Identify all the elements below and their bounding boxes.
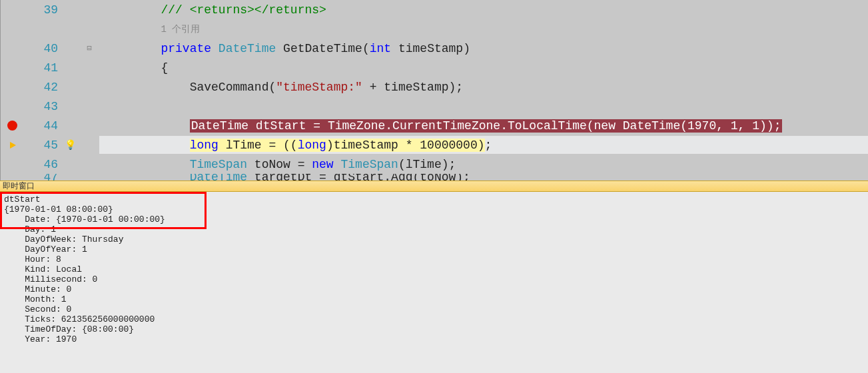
token-plain: SaveCommand(: [190, 81, 276, 94]
token-plain: ;: [485, 139, 492, 152]
token-plain: [334, 158, 341, 171]
immediate-window-header[interactable]: 即时窗口: [0, 181, 868, 192]
execution-pointer-margin[interactable]: [1, 142, 24, 149]
token-plain: (lTime);: [398, 158, 456, 171]
line-number: 39: [24, 3, 61, 17]
immediate-window-content[interactable]: dtStart {1970-01-01 08:00:00} Date: {197…: [0, 192, 868, 347]
token-plain: toNow =: [247, 158, 312, 171]
code-editor[interactable]: 3940⊟4142434445💡4647 /// <returns></retu…: [0, 0, 868, 181]
line-number: 46: [24, 158, 61, 171]
code-line[interactable]: 1 个引用: [99, 19, 868, 39]
immediate-window-title: 即时窗口: [3, 181, 35, 192]
line-number: 44: [24, 119, 61, 133]
token-kw: new: [312, 158, 333, 171]
line-number: 42: [24, 81, 61, 94]
token-plain: .CurrentTimeZone.ToLocalTime(: [385, 119, 594, 133]
code-line[interactable]: [99, 97, 868, 116]
breakpoint-highlight: DateTime dtStart = TimeZone.CurrentTimeZ…: [190, 119, 783, 133]
breakpoint-icon[interactable]: [7, 121, 17, 131]
lightbulb-icon[interactable]: 💡: [61, 139, 79, 151]
codelens-references[interactable]: 1 个引用: [161, 23, 200, 35]
current-statement-arrow-icon: [10, 142, 16, 149]
token-plain: GetDateTime(: [276, 42, 369, 55]
line-number: 43: [24, 100, 61, 113]
editor-left-gutter: 3940⊟4142434445💡4647: [1, 0, 99, 181]
immediate-window[interactable]: dtStart {1970-01-01 08:00:00} Date: {197…: [0, 192, 868, 373]
code-line[interactable]: long lTime = ((long)timeStamp * 10000000…: [99, 135, 868, 155]
token-plain: [616, 119, 623, 133]
token-kw: long: [190, 139, 218, 152]
token-kw: new: [594, 119, 616, 133]
token-type: DateTime: [218, 42, 276, 55]
code-line[interactable]: /// <returns></returns>: [99, 0, 868, 19]
token-plain: {: [161, 61, 168, 75]
code-line[interactable]: TimeSpan toNow = new TimeSpan(lTime);: [99, 155, 868, 174]
token-kw: long: [298, 139, 326, 152]
token-plain: targetDt = dtStart.Add(toNow);: [247, 174, 470, 181]
token-str: "timeStamp:": [276, 81, 362, 94]
token-type: DateTime: [190, 174, 247, 181]
token-plain: dtStart =: [248, 119, 328, 133]
token-plain: timeStamp): [391, 42, 470, 55]
token-type: TimeSpan: [340, 158, 398, 171]
line-number: 45: [24, 139, 61, 152]
token-type: DateTime: [623, 119, 680, 133]
fold-toggle-icon[interactable]: ⊟: [79, 43, 99, 53]
token-plain: (1970, 1, 1));: [680, 119, 781, 133]
line-number: 41: [24, 61, 61, 75]
editor-code-column[interactable]: /// <returns></returns> 1 个引用 private Da…: [99, 0, 868, 181]
token-plain: [211, 42, 218, 55]
token-kw: int: [370, 42, 391, 55]
code-line[interactable]: DateTime targetDt = dtStart.Add(toNow);: [99, 174, 868, 181]
code-line[interactable]: {: [99, 58, 868, 77]
line-number: 47: [24, 174, 61, 181]
token-plain: + timeStamp);: [362, 81, 463, 94]
token-type: TimeZone: [328, 119, 385, 133]
code-line[interactable]: private DateTime GetDateTime(int timeSta…: [99, 39, 868, 58]
token-type: DateTime: [191, 119, 248, 133]
token-kw: private: [161, 42, 211, 55]
code-line[interactable]: DateTime dtStart = TimeZone.CurrentTimeZ…: [99, 116, 868, 135]
token-type: TimeSpan: [190, 158, 247, 171]
current-statement-highlight: long lTime = ((long)timeStamp * 10000000…: [190, 139, 485, 152]
line-number: 40: [24, 42, 61, 55]
code-line[interactable]: SaveCommand("timeStamp:" + timeStamp);: [99, 77, 868, 97]
breakpoint-margin[interactable]: [1, 121, 24, 131]
token-plain: lTime = ((: [218, 139, 298, 152]
token-cmt: /// <returns></returns>: [161, 3, 326, 17]
token-plain: )timeStamp * 10000000): [326, 139, 485, 152]
